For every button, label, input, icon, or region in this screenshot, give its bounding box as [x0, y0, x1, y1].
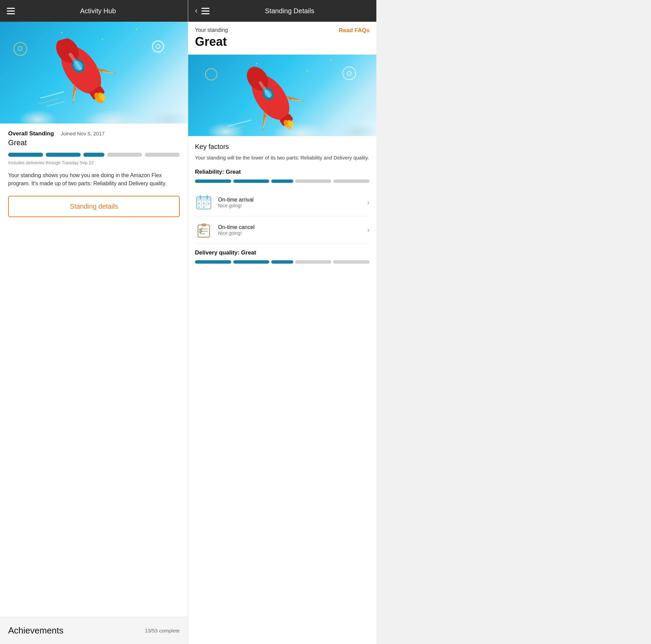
standing-details-button[interactable]: Standing details — [8, 196, 180, 217]
svg-rect-43 — [201, 224, 206, 226]
svg-line-12 — [41, 92, 64, 98]
progress-seg-2 — [46, 153, 81, 157]
dq-seg-1 — [195, 260, 231, 264]
right-deco-2 — [342, 67, 356, 80]
rel-seg-2 — [233, 179, 270, 183]
standing-details-title: Standing Details — [210, 7, 370, 15]
star-dot-4 — [153, 49, 154, 50]
right-panel: ‹ Standing Details Your standing Great R… — [188, 0, 376, 644]
key-factors-title: Key factors — [195, 143, 370, 151]
star-dot-3 — [136, 29, 137, 30]
svg-point-40 — [198, 206, 200, 208]
dq-seg-2 — [233, 260, 270, 264]
on-time-cancel-name: On-time cancel — [218, 224, 367, 230]
delivery-quality-title: Delivery quality: Great — [195, 249, 370, 256]
standing-description: Your standing shows you how you are doin… — [8, 171, 180, 188]
on-time-arrival-text: On-time arrival Nice going! — [218, 197, 367, 208]
on-time-cancel-text: On-time cancel Nice going! — [218, 224, 367, 236]
progress-seg-3 — [83, 153, 104, 157]
dq-seg-3 — [271, 260, 293, 264]
reliability-title: Reliability: Great — [195, 169, 370, 175]
progress-seg-4 — [107, 153, 142, 157]
left-standing-value: Great — [8, 138, 180, 147]
progress-seg-1 — [8, 153, 43, 157]
reliability-progress — [195, 179, 370, 183]
read-faqs-link[interactable]: Read FAQs — [339, 27, 370, 34]
key-factors-desc: Your standing will be the lower of its t… — [195, 154, 370, 162]
right-hamburger-icon[interactable] — [201, 8, 210, 14]
achievements-section: Achievements 13/53 complete — [0, 617, 188, 644]
clipboard-icon — [195, 221, 213, 239]
delivery-quality-progress — [195, 260, 370, 264]
delivery-date-note: Includes deliveries through Tuesday Sep … — [8, 160, 180, 165]
achievements-count: 13/53 complete — [145, 628, 180, 633]
deco-circle-3 — [152, 40, 164, 53]
on-time-arrival-chevron: › — [367, 198, 370, 206]
star-dot-1 — [61, 32, 62, 33]
clipboard-svg — [195, 222, 212, 239]
progress-seg-5 — [145, 153, 180, 157]
on-time-arrival-name: On-time arrival — [218, 197, 367, 203]
on-time-arrival-sub: Nice going! — [218, 203, 367, 208]
right-standing-header: Your standing Great Read FAQs — [188, 22, 376, 55]
svg-point-38 — [203, 203, 204, 204]
achievements-title: Achievements — [8, 625, 63, 636]
hero-image-left — [0, 22, 188, 124]
achievements-header: Achievements 13/53 complete — [8, 625, 180, 636]
right-content: Key factors Your standing will be the lo… — [188, 136, 376, 277]
on-time-arrival-item[interactable]: On-time arrival Nice going! › — [195, 189, 370, 216]
svg-rect-30 — [197, 197, 211, 201]
left-top-bar: Activity Hub — [0, 0, 188, 22]
joined-date: Joined Nov 5, 2017 — [61, 131, 104, 136]
right-star-3 — [331, 60, 332, 61]
calendar-icon — [195, 194, 213, 211]
on-time-cancel-item[interactable]: On-time cancel Nice going! › — [195, 216, 370, 244]
right-standing-value: Great — [188, 35, 376, 54]
activity-hub-title: Activity Hub — [15, 7, 181, 15]
left-panel: Activity Hub — [0, 0, 188, 644]
deco-circle-inner — [156, 44, 160, 49]
overall-standing-label: Overall Standing — [8, 130, 54, 137]
svg-point-37 — [198, 203, 200, 204]
on-time-cancel-sub: Nice going! — [218, 230, 367, 236]
right-top-bar: ‹ Standing Details — [188, 0, 376, 22]
right-clouds — [188, 116, 376, 136]
rel-seg-3 — [271, 179, 293, 183]
dq-seg-4 — [295, 260, 332, 264]
rel-seg-4 — [295, 179, 332, 183]
hero-image-right — [188, 55, 376, 136]
left-content: Overall Standing Joined Nov 5, 2017 Grea… — [0, 124, 188, 617]
standing-header: Overall Standing Joined Nov 5, 2017 — [8, 130, 180, 137]
back-icon[interactable]: ‹ — [195, 6, 197, 15]
calendar-svg — [195, 194, 212, 211]
hamburger-icon[interactable] — [7, 8, 15, 14]
svg-point-39 — [208, 203, 209, 204]
left-progress-bar — [8, 153, 180, 157]
clouds — [0, 103, 188, 124]
rel-seg-5 — [333, 179, 370, 183]
svg-point-41 — [203, 206, 204, 208]
dq-seg-5 — [333, 260, 370, 264]
on-time-cancel-chevron: › — [367, 226, 370, 234]
right-deco-inner — [347, 71, 352, 76]
rel-seg-1 — [195, 179, 231, 183]
